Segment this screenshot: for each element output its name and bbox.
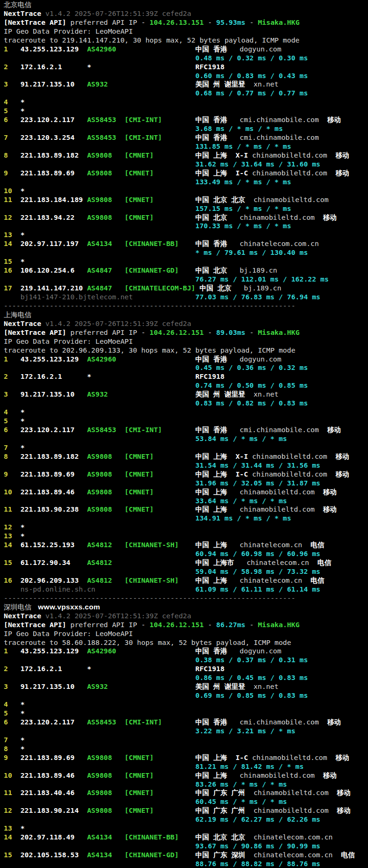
hop-domain: chinamobileltd.com [240,505,315,513]
hop-domain: xn.net [253,390,278,398]
hop-rtt: 3.22 ms / 3.21 ms / * ms [195,727,296,735]
hop-location: 中国 上海 [195,488,240,496]
api-text: preferred API IP - [66,621,150,629]
hop-rtt: 33.64 ms / * ms / * ms [195,497,287,505]
hop-rtt-line: 0.83 ms / 0.82 ms / 0.83 ms [4,399,368,408]
geo-provider-line: IP Geo Data Provider: LeoMoeAPI [4,629,368,638]
hop-ip: 202.97.117.197 [21,239,87,248]
hop-ip: 223.120.2.117 [21,718,87,727]
hop-asn: AS932 [87,682,124,691]
hop-asn: * [87,63,124,72]
api-label: [NextTrace API] [4,621,66,629]
hop-hostname: ns-pd.online.sh.cn [21,585,195,594]
hop-asn: AS42960 [87,355,124,364]
version-line: NextTrace v1.4.2 2025-07-26T12:51:39Z ce… [4,612,368,621]
hop-asn: AS58453 [87,116,124,124]
hop-node-label: X-I [236,452,253,460]
geo-provider: IP Geo Data Provider: LeoMoeAPI [4,337,133,345]
trace-section-beijing-telecom: 北京电信NextTrace v1.4.2 2025-07-26T12:51:39… [4,0,368,311]
hop-ip: 43.255.123.129 [21,45,87,54]
hop-domain: chinamobileltd.com [253,806,328,814]
hop-number: 12 [4,523,21,532]
hop-line: 2172.16.2.1*RFC1918 [4,372,368,381]
hop-ip: 43.255.123.129 [21,355,87,364]
hop-domain: dogyun.com [240,45,281,53]
hop-rtt-line: 170.33 ms / * ms / * ms [4,222,368,231]
hop-location: 中国 上海 [195,505,240,513]
api-latency: 86.27ms [216,621,245,629]
hop-line: 14202.97.117.197AS4134[CHINANET-BB]中国 香港… [4,239,368,248]
hop-asn: AS58453 [87,718,124,727]
version-line: NextTrace v1.4.2 2025-07-26T12:51:39Z ce… [4,9,368,18]
hop-line: 143.255.123.129AS42960中国 香港 dogyun.com [4,355,368,364]
hop-ip: 43.255.123.129 [21,647,87,656]
hop-number: 11 [4,195,21,204]
hop-rtt-line: 60.94 ms / 60.98 ms / 60.96 ms [4,550,368,558]
hop-timeout-star: * [21,700,25,708]
api-text: preferred API IP - [66,18,150,26]
hop-node-label: X-I [236,151,253,159]
hop-ip: 221.183.89.69 [21,470,87,479]
hop-rtt: 134.91 ms / * ms / * ms [195,514,291,522]
hop-location: 中国 上海 [195,452,236,460]
hop-location: 中国 广东 广州 [195,806,253,814]
hop-number: 6 [4,426,21,434]
hop-rtt-line: 31.96 ms / 32.05 ms / 31.87 ms [4,479,368,488]
hop-domain: chinamobileltd.com [252,753,327,761]
hop-line: 2172.16.2.1*RFC1918 [4,63,368,72]
hop-carrier: 移动 [327,151,349,159]
trace-section-shanghai-telecom: 上海电信NextTrace v1.4.2 2025-07-26T12:51:39… [4,311,368,603]
hop-line: 8* [4,745,368,753]
hop-rtt: 157.15 ms / * ms / * ms [195,204,291,212]
hop-as-tag: [CMI-INT] [124,116,195,124]
hop-location: 中国 上海 [195,576,240,584]
hop-rtt: 3.68 ms / * ms / * ms [195,124,283,132]
hop-domain: chinamobileltd.com [252,151,327,159]
site-watermark: www.vpsxxs.com [38,603,100,611]
hop-line: 11221.183.184.189AS9808[CMNET]中国 北京 北京 c… [4,195,368,204]
hop-number: 5 [4,417,21,426]
hop-line: 2172.16.2.1*RFC1918 [4,665,368,673]
hop-ip: 221.183.89.182 [21,151,87,160]
hop-rtt: 0.86 ms / 0.45 ms / 0.83 ms [195,673,308,681]
hop-rtt: 61.09 ms / 61.11 ms / 61.14 ms [195,585,320,593]
hop-ip: 172.16.2.1 [21,665,87,673]
hop-asn: AS9808 [87,470,124,479]
hop-timeout-star: * [21,736,25,744]
hop-number: 6 [4,116,21,124]
hop-rtt: 60.94 ms / 60.98 ms / 60.96 ms [195,550,320,557]
hop-domain: chinatelecom.cn [240,576,303,584]
hop-as-tag: [CMNET] [124,806,195,815]
hop-as-tag: [CMNET] [124,452,195,461]
hop-asn: AS4847 [87,266,124,275]
hop-as-tag: [CMNET] [124,753,195,762]
hop-ip: 223.120.2.117 [21,426,87,434]
trace-info: traceroute to 219.141.147.210, 30 hops m… [4,36,300,44]
hop-timeout-star: * [21,443,25,451]
hop-location: 中国 上海 [195,470,236,478]
hop-domain: chinamobileltd.com [252,169,327,177]
hop-location: 中国 上海市 [195,558,247,566]
hop-location: 中国 广东 深圳 [195,851,253,859]
hop-as-tag: [CHINANET-GD] [124,851,195,860]
geo-provider: IP Geo Data Provider: LeoMoeAPI [4,27,133,35]
api-node: Misaka.HKG [258,328,299,336]
hop-asn: AS9808 [87,488,124,497]
hop-ip: 221.183.40.46 [21,788,87,797]
hop-asn: AS58453 [87,426,124,434]
hop-number: 7 [4,736,21,745]
hop-rtt-line: 33.64 ms / * ms / * ms [4,497,368,506]
hop-ip: 221.183.90.238 [21,505,87,514]
hop-rtt: 133.49 ms / * ms / * ms [195,178,291,186]
version-line: NextTrace v1.4.2 2025-07-26T12:51:39Z ce… [4,319,368,328]
dash-separator: - [245,621,258,629]
hop-location: 中国 北京 北京 [195,833,253,841]
hop-rtt: 60.45 ms / * ms / * ms [195,797,287,805]
hop-as-tag: [CMI-INT] [124,133,195,142]
hop-number: 10 [4,187,21,195]
geo-provider-line: IP Geo Data Provider: LeoMoeAPI [4,337,368,346]
hop-location: 中国 广东 广州 [195,788,253,796]
hop-domain: chinamobileltd.com [240,488,315,496]
hop-hostname: bj141-147-210.bjtelecom.net [21,293,195,302]
hop-number: 15 [4,851,21,860]
